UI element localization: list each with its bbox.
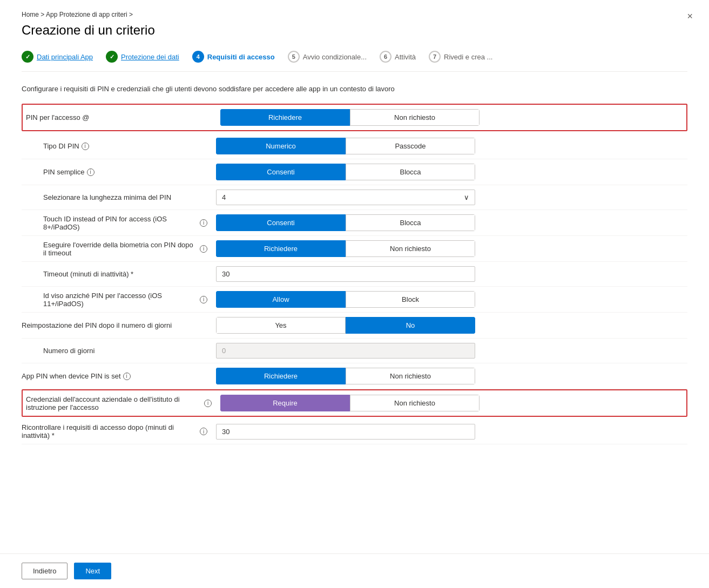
next-button[interactable]: Next — [74, 563, 111, 579]
input-ricontrollare-requisiti[interactable] — [216, 424, 475, 440]
form-row-timeout-inattivita: Timeout (minuti di inattività) * — [22, 262, 687, 287]
control-pin-semplice: ConsentiBlocca — [216, 164, 687, 180]
form-row-override-biometria: Eseguire l'override della biometria con … — [22, 236, 687, 262]
control-touch-id: ConsentiBlocca — [216, 214, 687, 231]
toggle-btn-pin-semplice-0[interactable]: Consenti — [216, 164, 346, 180]
info-icon-pin-semplice[interactable]: i — [87, 168, 94, 176]
info-icon-app-pin-device[interactable]: i — [123, 373, 131, 380]
input-timeout-inattivita[interactable] — [216, 266, 475, 282]
chevron-down-icon: ∨ — [464, 193, 469, 201]
toggle-group-id-viso: AllowBlock — [216, 291, 475, 308]
form-row-tipo-pin: Tipo DI PINiNumericoPasscode — [22, 133, 687, 159]
step-5-circle: 6 — [380, 51, 391, 63]
info-icon-override-biometria[interactable]: i — [200, 245, 207, 253]
label-reimpostazione-pin: Reimpostazione del PIN dopo il numero di… — [22, 321, 216, 329]
label-timeout-inattivita: Timeout (minuti di inattività) * — [22, 270, 216, 278]
section-description: Configurare i requisiti di PIN e credenz… — [22, 85, 687, 93]
toggle-group-credenziali-account: RequireNon richiesto — [220, 395, 480, 411]
form-row-numero-giorni: Numero di giorni — [22, 339, 687, 363]
control-numero-giorni — [216, 343, 687, 359]
toggle-group-touch-id: ConsentiBlocca — [216, 214, 475, 231]
label-credenziali-account: Credenziali dell'account aziendale o del… — [26, 395, 220, 411]
toggle-group-pin-accesso: RichiedereNon richiesto — [220, 109, 480, 126]
control-credenziali-account: RequireNon richiesto — [220, 395, 683, 411]
toggle-btn-credenziali-account-0[interactable]: Require — [220, 395, 350, 411]
back-button[interactable]: Indietro — [22, 563, 67, 579]
label-lunghezza-min: Selezionare la lunghezza minima del PIN — [22, 193, 216, 201]
form-row-pin-semplice: PIN sempliceiConsentiBlocca — [22, 159, 687, 185]
form-section: PIN per l'accesso @RichiedereNon richies… — [22, 104, 687, 444]
step-3-label[interactable]: Requisiti di accesso — [207, 53, 275, 61]
form-row-app-pin-device: App PIN when device PIN is setiRichieder… — [22, 363, 687, 389]
toggle-btn-id-viso-0[interactable]: Allow — [216, 291, 346, 308]
dropdown-lunghezza-min[interactable]: 4∨ — [216, 190, 475, 205]
info-icon-credenziali-account[interactable]: i — [204, 400, 212, 407]
wizard-steps: Dati principali App Protezione dei dati … — [22, 51, 687, 72]
step-1-circle — [22, 51, 33, 63]
step-3[interactable]: 4 Requisiti di accesso — [192, 51, 275, 63]
info-icon-touch-id[interactable]: i — [200, 219, 207, 227]
step-3-circle: 4 — [192, 51, 204, 63]
step-5[interactable]: 6 Attività — [380, 51, 416, 63]
control-app-pin-device: RichiedereNon richiesto — [216, 368, 687, 384]
step-4-circle: 5 — [288, 51, 300, 63]
label-touch-id: Touch ID instead of PIN for access (iOS … — [22, 215, 216, 231]
info-icon-tipo-pin[interactable]: i — [82, 143, 89, 150]
bottom-bar: Indietro Next — [0, 553, 709, 588]
step-1-label[interactable]: Dati principali App — [37, 53, 93, 61]
control-id-viso: AllowBlock — [216, 291, 687, 308]
control-lunghezza-min: 4∨ — [216, 190, 687, 205]
info-icon-id-viso[interactable]: i — [200, 296, 207, 303]
step-6-label[interactable]: Rivedi e crea ... — [444, 53, 492, 61]
toggle-btn-touch-id-0[interactable]: Consenti — [216, 214, 346, 231]
toggle-btn-credenziali-account-1[interactable]: Non richiesto — [350, 395, 480, 411]
label-id-viso: Id viso anziché PIN per l'accesso (iOS 1… — [22, 292, 216, 308]
label-tipo-pin: Tipo DI PINi — [22, 142, 216, 150]
toggle-btn-reimpostazione-pin-1[interactable]: No — [346, 317, 475, 334]
form-row-id-viso: Id viso anziché PIN per l'accesso (iOS 1… — [22, 287, 687, 313]
step-2[interactable]: Protezione dei dati — [106, 51, 179, 63]
step-1[interactable]: Dati principali App — [22, 51, 93, 63]
toggle-btn-tipo-pin-0[interactable]: Numerico — [216, 138, 346, 154]
page-title: Creazione di un criterio — [22, 23, 687, 38]
label-override-biometria: Eseguire l'override della biometria con … — [22, 241, 216, 257]
step-2-label[interactable]: Protezione dei dati — [121, 53, 179, 61]
toggle-btn-override-biometria-0[interactable]: Richiedere — [216, 240, 346, 257]
toggle-btn-pin-semplice-1[interactable]: Blocca — [346, 164, 475, 180]
toggle-btn-tipo-pin-1[interactable]: Passcode — [346, 138, 475, 154]
form-row-touch-id: Touch ID instead of PIN for access (iOS … — [22, 210, 687, 236]
toggle-btn-pin-accesso-1[interactable]: Non richiesto — [350, 109, 480, 126]
toggle-btn-id-viso-1[interactable]: Block — [346, 291, 475, 308]
step-4[interactable]: 5 Avvio condizionale... — [288, 51, 367, 63]
toggle-btn-override-biometria-1[interactable]: Non richiesto — [346, 240, 475, 257]
control-timeout-inattivita — [216, 266, 687, 282]
toggle-btn-app-pin-device-0[interactable]: Richiedere — [216, 368, 346, 384]
info-icon-ricontrollare-requisiti[interactable]: i — [200, 428, 207, 435]
control-tipo-pin: NumericoPasscode — [216, 138, 687, 154]
step-4-label[interactable]: Avvio condizionale... — [303, 53, 367, 61]
step-5-label[interactable]: Attività — [395, 53, 416, 61]
toggle-group-tipo-pin: NumericoPasscode — [216, 138, 475, 154]
toggle-btn-touch-id-1[interactable]: Blocca — [346, 214, 475, 231]
input-numero-giorni — [216, 343, 475, 359]
label-app-pin-device: App PIN when device PIN is seti — [22, 372, 216, 380]
toggle-btn-pin-accesso-0[interactable]: Richiedere — [220, 109, 350, 126]
toggle-group-app-pin-device: RichiedereNon richiesto — [216, 368, 475, 384]
toggle-btn-reimpostazione-pin-0[interactable]: Yes — [216, 317, 346, 334]
step-6[interactable]: 7 Rivedi e crea ... — [429, 51, 492, 63]
breadcrumb: Home > App Protezione di app criteri > — [22, 11, 687, 18]
close-button[interactable]: × — [687, 11, 693, 22]
form-row-ricontrollare-requisiti: Ricontrollare i requisiti di accesso dop… — [22, 419, 687, 444]
label-pin-accesso: PIN per l'accesso @ — [26, 113, 220, 121]
toggle-group-reimpostazione-pin: YesNo — [216, 317, 475, 334]
toggle-btn-app-pin-device-1[interactable]: Non richiesto — [346, 368, 475, 384]
form-row-credenziali-account: Credenziali dell'account aziendale o del… — [22, 389, 687, 417]
step-6-circle: 7 — [429, 51, 441, 63]
control-pin-accesso: RichiedereNon richiesto — [220, 109, 683, 126]
label-pin-semplice: PIN semplicei — [22, 168, 216, 176]
form-row-pin-accesso: PIN per l'accesso @RichiedereNon richies… — [22, 104, 687, 131]
toggle-group-pin-semplice: ConsentiBlocca — [216, 164, 475, 180]
control-ricontrollare-requisiti — [216, 424, 687, 440]
toggle-group-override-biometria: RichiedereNon richiesto — [216, 240, 475, 257]
label-numero-giorni: Numero di giorni — [22, 347, 216, 355]
